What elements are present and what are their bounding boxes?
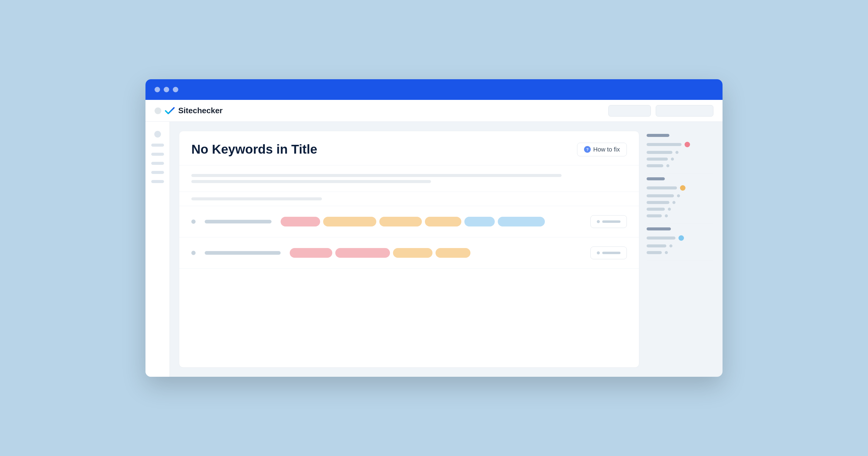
rs-item [647, 233, 713, 242]
rs-bar [647, 201, 670, 204]
rs-item [647, 140, 713, 149]
keyword-tag-pink-1[interactable] [281, 217, 320, 226]
table-header-row [179, 192, 639, 206]
rs-small-dot [670, 245, 673, 248]
btn-label-bar [602, 220, 620, 223]
keyword-tag-orange-1[interactable] [323, 217, 376, 226]
desc-line-2 [191, 180, 431, 183]
rs-item [647, 162, 713, 169]
row-url-bar [205, 220, 272, 223]
rs-small-dot [665, 214, 668, 217]
logo-icon [164, 106, 175, 115]
row-url-bar [205, 251, 281, 255]
logo-circle-decoration [155, 107, 161, 114]
rs-group-1-title [647, 134, 670, 137]
nav-button-1[interactable] [608, 105, 651, 117]
row-action-button-2[interactable] [590, 247, 627, 259]
sidebar-nav-item-1[interactable] [151, 143, 164, 146]
rs-group-2-title [647, 177, 665, 180]
keyword-tag-orange-4[interactable] [393, 248, 432, 258]
tags-area [281, 217, 581, 226]
table-row [179, 237, 639, 269]
rs-group-3 [647, 227, 713, 260]
rs-bar [647, 194, 674, 197]
btn-icon-dot [597, 220, 600, 223]
sidebar-nav-item-4[interactable] [151, 171, 164, 174]
keyword-tag-orange-5[interactable] [436, 248, 470, 258]
rs-item [647, 193, 713, 199]
tags-area [290, 248, 581, 258]
rs-status-dot-red [685, 142, 690, 147]
desc-line-1 [191, 174, 562, 177]
rs-item [647, 213, 713, 219]
card-header: No Keywords in Title ? How to fix [179, 131, 639, 165]
rs-item [647, 206, 713, 213]
how-to-fix-button[interactable]: ? How to fix [577, 143, 627, 156]
rs-status-dot-blue [679, 235, 684, 241]
rs-item [647, 149, 713, 156]
main-card: No Keywords in Title ? How to fix [179, 131, 639, 368]
rs-group-2 [647, 177, 713, 224]
right-sidebar [647, 131, 713, 368]
rs-small-dot [673, 201, 676, 204]
sidebar-nav-item-5[interactable] [151, 180, 164, 183]
rs-small-dot [666, 164, 670, 167]
rs-bar [647, 164, 663, 167]
rs-item [647, 183, 713, 193]
rs-bar [647, 251, 662, 254]
left-sidebar [146, 122, 170, 377]
btn-label-bar [602, 252, 620, 254]
rs-item [647, 249, 713, 256]
description-area [179, 165, 639, 192]
table-header-placeholder [191, 197, 322, 200]
rs-bar [647, 186, 677, 190]
browser-titlebar [146, 79, 722, 100]
keyword-tag-blue-2[interactable] [498, 217, 545, 226]
rs-small-dot [677, 194, 680, 197]
row-action-button-1[interactable] [590, 215, 627, 228]
sidebar-nav-item-3[interactable] [151, 162, 164, 165]
navbar-right [608, 105, 713, 117]
rs-item [647, 156, 713, 162]
rs-bar [647, 151, 673, 154]
table-row [179, 206, 639, 237]
keyword-tag-pink-2[interactable] [290, 248, 332, 258]
rs-bar [647, 158, 668, 161]
rs-status-dot-orange [680, 185, 685, 191]
rs-small-dot [676, 151, 679, 154]
main-layout: No Keywords in Title ? How to fix [146, 122, 722, 377]
traffic-light-yellow [164, 87, 169, 92]
traffic-light-green [173, 87, 178, 92]
keyword-tag-orange-2[interactable] [379, 217, 422, 226]
rs-small-dot [671, 158, 674, 161]
rs-bar [647, 208, 665, 211]
logo-text: Sitechecker [178, 106, 223, 116]
rs-item [647, 242, 713, 249]
row-indicator-dot [191, 220, 195, 224]
rs-bar [647, 236, 676, 239]
how-to-fix-label: How to fix [593, 146, 620, 153]
rs-small-dot [668, 208, 671, 211]
keyword-tag-blue-1[interactable] [464, 217, 495, 226]
keyword-tag-pink-3[interactable] [335, 248, 390, 258]
btn-icon-dot [597, 251, 600, 254]
logo-area: Sitechecker [155, 106, 223, 116]
nav-button-2[interactable] [656, 105, 713, 117]
sidebar-nav-item-2[interactable] [151, 153, 164, 156]
rs-bar [647, 214, 662, 217]
sidebar-nav-dot-1[interactable] [154, 131, 161, 137]
keyword-tag-orange-3[interactable] [425, 217, 461, 226]
how-to-fix-icon: ? [584, 146, 591, 153]
rs-bar [647, 143, 682, 146]
card-title: No Keywords in Title [191, 142, 317, 157]
traffic-light-red [155, 87, 160, 92]
browser-window: Sitechecker No Keywords in Title [146, 79, 722, 377]
row-indicator-dot [191, 251, 195, 255]
content-area: No Keywords in Title ? How to fix [170, 122, 722, 377]
rs-group-3-title [647, 227, 671, 230]
rs-item [647, 199, 713, 206]
navbar: Sitechecker [146, 100, 722, 122]
rs-small-dot [665, 251, 668, 254]
rs-group-1 [647, 134, 713, 174]
rs-bar [647, 245, 666, 248]
